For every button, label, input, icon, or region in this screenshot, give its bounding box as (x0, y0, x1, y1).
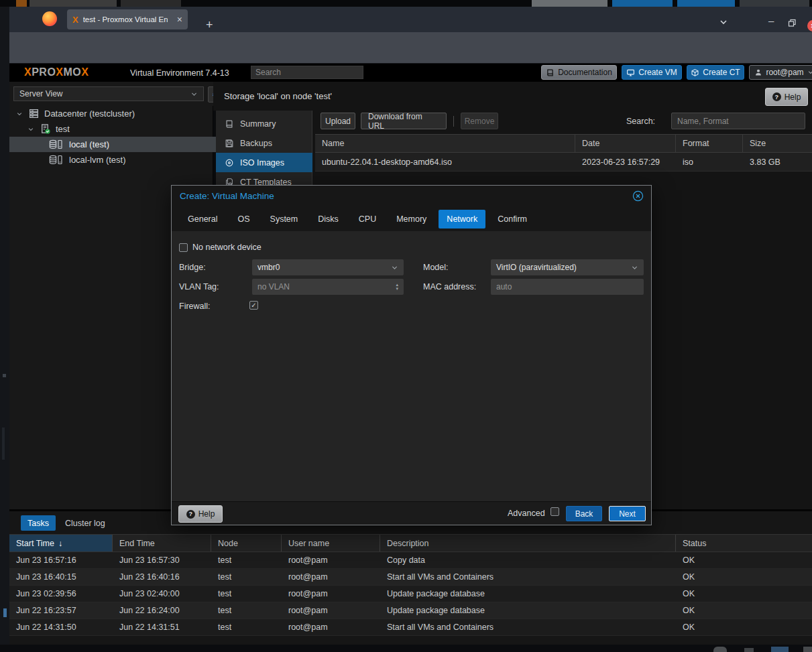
node-icon (38, 123, 52, 135)
column-header-status[interactable]: Status (676, 535, 812, 551)
tab-list-chevron-icon[interactable] (719, 17, 728, 27)
task-status: OK (676, 602, 812, 618)
advanced-checkbox[interactable] (550, 507, 559, 516)
browser-tab[interactable]: X test - Proxmox Virtual En × (67, 9, 188, 29)
tree-item-storage-local-lvm[interactable]: local-lvm (test) (9, 152, 251, 168)
firewall-label: Firewall: (179, 302, 211, 311)
toolbar-divider (453, 116, 454, 127)
column-header-format[interactable]: Format (676, 135, 743, 152)
vlan-tag-input[interactable] (257, 282, 396, 291)
dialog-close-icon[interactable] (632, 190, 644, 202)
nav-item-summary[interactable]: Summary (216, 114, 312, 133)
no-network-device-checkbox[interactable] (179, 243, 188, 252)
task-row[interactable]: Jun 23 02:39:56Jun 23 02:40:00testroot@p… (9, 586, 812, 602)
new-tab-button[interactable]: + (206, 18, 213, 32)
nav-item-iso-images[interactable]: ISO Images (216, 153, 312, 172)
column-header-date[interactable]: Date (575, 135, 676, 152)
task-row[interactable]: Jun 22 14:31:50Jun 22 14:31:51testroot@p… (9, 619, 812, 636)
task-user: root@pam (282, 569, 380, 585)
remove-button[interactable]: Remove (461, 113, 498, 129)
tree-item-storage-local[interactable]: local (test) (9, 137, 251, 152)
close-window-button[interactable]: ✕ (807, 20, 812, 31)
tab-tasks[interactable]: Tasks (21, 515, 56, 531)
task-row[interactable]: Jun 23 16:40:15Jun 23 16:40:16testroot@p… (9, 569, 812, 586)
tab-memory[interactable]: Memory (388, 210, 434, 229)
book-icon (225, 119, 234, 129)
task-row[interactable]: Jun 22 16:23:57Jun 22 16:24:00testroot@p… (9, 602, 812, 619)
column-header-size[interactable]: Size (743, 135, 812, 152)
mac-address-field[interactable] (491, 279, 644, 295)
tab-general[interactable]: General (180, 210, 225, 229)
dialog-title: Create: Virtual Machine (180, 191, 274, 201)
bridge-label: Bridge: (179, 263, 206, 272)
tab-cluster-log[interactable]: Cluster log (58, 515, 112, 531)
chevron-down-icon[interactable] (27, 126, 34, 133)
download-from-url-button[interactable]: Download from URL (361, 113, 447, 129)
background-mark (3, 374, 6, 377)
column-header-user-name[interactable]: User name (282, 535, 380, 551)
help-button[interactable]: ? Help (765, 88, 808, 106)
cube-icon (691, 68, 699, 77)
background-text-fragment (121, 0, 181, 7)
restore-window-button[interactable] (788, 19, 797, 27)
dialog-header[interactable]: Create: Virtual Machine (172, 186, 651, 207)
task-description: Update package database (380, 602, 676, 618)
task-row[interactable]: Jun 23 16:57:16Jun 23 16:57:30testroot@p… (9, 552, 812, 569)
floppy-icon (225, 139, 234, 148)
create-ct-button[interactable]: Create CT (687, 65, 744, 80)
iso-date-cell: 2023-06-23 16:57:29 (575, 153, 676, 171)
tab-os[interactable]: OS (229, 210, 257, 229)
view-selector-dropdown[interactable]: Server View (13, 86, 204, 101)
task-node: test (211, 619, 282, 635)
task-node: test (211, 586, 282, 602)
tab-close-icon[interactable]: × (177, 14, 182, 25)
pve-search-input[interactable] (251, 66, 363, 79)
proxmox-logo: XPROXMOX (24, 66, 89, 78)
task-status: OK (676, 552, 812, 568)
upload-button[interactable]: Upload (321, 113, 355, 129)
bridge-dropdown[interactable]: vmbr0 (252, 259, 404, 275)
monitor-icon (626, 68, 635, 77)
tab-system[interactable]: System (262, 210, 306, 229)
documentation-button[interactable]: Documentation (541, 65, 617, 80)
task-user: root@pam (282, 586, 380, 602)
storage-icon (47, 154, 66, 166)
vlan-tag-spinner[interactable]: ▴▾ (252, 279, 404, 295)
tasks-panel: Tasks Cluster log Start Time↓ End Time N… (9, 511, 812, 645)
content-search-input[interactable] (671, 113, 805, 129)
storage-icon (47, 139, 66, 150)
task-description: Copy data (380, 552, 676, 568)
chevron-down-icon[interactable] (16, 111, 23, 117)
column-header-start-time[interactable]: Start Time↓ (9, 535, 113, 551)
next-button[interactable]: Next (609, 506, 646, 521)
task-start-time: Jun 22 16:23:57 (9, 602, 113, 618)
tree-item-datacenter[interactable]: Datacenter (testcluster) (9, 106, 220, 121)
iso-table-row[interactable]: ubuntu-22.04.1-desktop-amd64.iso 2023-06… (315, 153, 812, 172)
column-header-node[interactable]: Node (211, 535, 282, 551)
tab-disks[interactable]: Disks (310, 210, 347, 229)
dialog-help-button[interactable]: ? Help (178, 505, 223, 523)
create-vm-button[interactable]: Create VM (622, 65, 682, 80)
column-header-name[interactable]: Name (315, 135, 575, 152)
tab-network[interactable]: Network (439, 210, 485, 229)
user-menu-button[interactable]: root@pam (749, 65, 812, 80)
screen: X test - Proxmox Virtual En × + – ✕ (0, 0, 812, 652)
question-icon: ? (772, 92, 781, 101)
tree-item-node-test[interactable]: test (9, 121, 231, 137)
tab-confirm[interactable]: Confirm (489, 210, 535, 229)
no-network-device-label: No network device (192, 243, 262, 252)
spinner-icons[interactable]: ▴▾ (396, 283, 398, 291)
minimize-button[interactable]: – (768, 15, 774, 26)
mac-address-input[interactable] (496, 282, 638, 291)
pve-header: XPROXMOX Virtual Environment 7.4-13 Docu… (9, 64, 812, 82)
tab-cpu[interactable]: CPU (351, 210, 384, 229)
back-button-dialog[interactable]: Back (566, 506, 602, 521)
background-mark (3, 608, 7, 617)
background-button-fragment (532, 0, 607, 7)
firewall-checkbox[interactable]: ✓ (249, 301, 258, 310)
column-header-description[interactable]: Description (380, 535, 676, 551)
nav-item-backups[interactable]: Backups (216, 133, 312, 153)
firefox-icon[interactable] (42, 11, 57, 26)
column-header-end-time[interactable]: End Time (113, 535, 211, 551)
model-dropdown[interactable]: VirtIO (paravirtualized) (491, 259, 644, 275)
